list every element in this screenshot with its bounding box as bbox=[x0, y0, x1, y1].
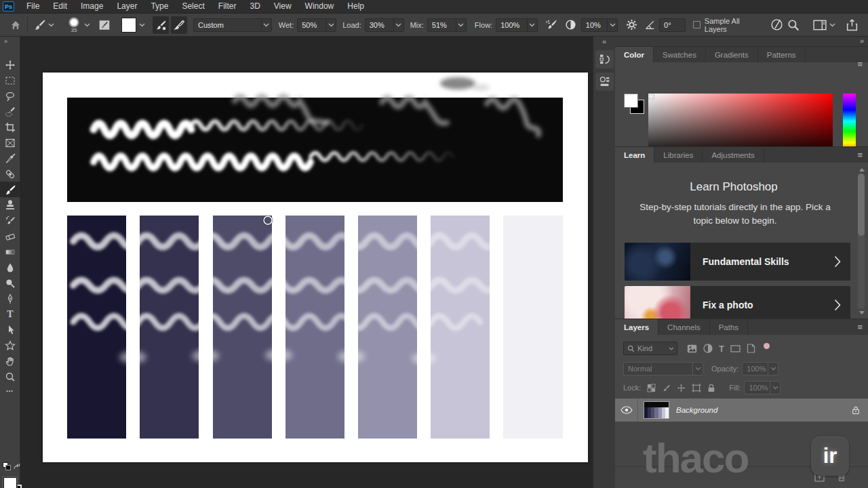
delete-layer-button[interactable] bbox=[837, 472, 846, 485]
hand-tool[interactable] bbox=[0, 353, 20, 369]
foreground-color-swatch[interactable] bbox=[3, 477, 17, 488]
menu-window[interactable]: Window bbox=[298, 0, 341, 13]
collapse-dock-button[interactable]: « bbox=[593, 37, 615, 47]
toolbar-collapse-button[interactable]: » bbox=[0, 37, 20, 46]
fill-field[interactable]: 100% bbox=[744, 381, 781, 394]
tab-gradients[interactable]: Gradients bbox=[706, 47, 758, 62]
search-button[interactable] bbox=[785, 16, 802, 34]
pressure-controls-size-toggle[interactable] bbox=[768, 16, 785, 34]
tab-color[interactable]: Color bbox=[615, 47, 654, 62]
tab-learn[interactable]: Learn bbox=[615, 147, 654, 163]
filter-adjustment-layers-icon[interactable] bbox=[703, 344, 713, 353]
brush-tool[interactable] bbox=[0, 182, 20, 197]
blur-tool[interactable] bbox=[0, 260, 20, 275]
airbrush-toggle[interactable] bbox=[543, 16, 560, 34]
menu-3d[interactable]: 3D bbox=[243, 0, 267, 13]
mixer-brush-tool-preset[interactable] bbox=[32, 16, 56, 34]
menu-view[interactable]: View bbox=[267, 0, 298, 13]
learn-card-fundamental-skills[interactable]: Fundamental Skills bbox=[625, 243, 850, 281]
history-panel-button[interactable] bbox=[595, 50, 614, 68]
type-tool[interactable]: T bbox=[0, 306, 20, 322]
workspace-switcher[interactable] bbox=[811, 16, 837, 34]
current-brush-color[interactable] bbox=[119, 16, 147, 34]
learn-panel-menu-icon[interactable]: ≡ bbox=[857, 147, 863, 163]
clone-stamp-tool[interactable] bbox=[0, 197, 20, 213]
brush-angle-field[interactable]: 0° bbox=[659, 18, 686, 32]
frame-tool[interactable] bbox=[0, 135, 20, 150]
clean-brush-after-stroke-toggle[interactable] bbox=[171, 16, 187, 34]
layer-visibility-toggle[interactable] bbox=[615, 399, 638, 422]
scrollbar-thumb[interactable] bbox=[858, 174, 865, 236]
blend-mode-select[interactable]: Normal bbox=[623, 362, 703, 375]
wet-field[interactable]: 50% bbox=[297, 18, 336, 32]
menu-image[interactable]: Image bbox=[74, 0, 110, 13]
path-selection-tool[interactable] bbox=[0, 322, 20, 338]
lock-position-icon[interactable] bbox=[677, 384, 686, 392]
opacity-field[interactable]: 100% bbox=[742, 362, 778, 375]
tab-libraries[interactable]: Libraries bbox=[654, 147, 703, 163]
learn-scrollbar[interactable] bbox=[858, 168, 866, 314]
properties-panel-button[interactable] bbox=[595, 73, 614, 91]
rectangular-marquee-tool[interactable] bbox=[0, 73, 20, 88]
menu-layer[interactable]: Layer bbox=[110, 0, 144, 13]
learn-card-fix-a-photo[interactable]: Fix a photo bbox=[625, 286, 850, 319]
history-brush-tool[interactable] bbox=[0, 213, 20, 228]
mix-field[interactable]: 51% bbox=[427, 18, 467, 32]
menu-file[interactable]: File bbox=[20, 0, 46, 13]
layer-thumbnail[interactable] bbox=[644, 401, 669, 419]
layer-row-background[interactable]: Background bbox=[615, 399, 868, 422]
expand-dock-button[interactable]: » bbox=[860, 37, 864, 45]
new-layer-button[interactable] bbox=[814, 472, 825, 485]
custom-shape-tool[interactable] bbox=[0, 338, 20, 353]
filter-pixel-layers-icon[interactable] bbox=[687, 344, 697, 353]
healing-brush-tool[interactable] bbox=[0, 166, 20, 182]
edit-toolbar-button[interactable]: ••• bbox=[0, 388, 20, 393]
dodge-tool[interactable] bbox=[0, 275, 20, 291]
useful-combinations-select[interactable]: Custom bbox=[193, 18, 272, 32]
brush-preset-picker[interactable]: 35 bbox=[63, 16, 92, 34]
smoothing-field[interactable]: 10% bbox=[581, 18, 618, 32]
tab-swatches[interactable]: Swatches bbox=[654, 47, 706, 62]
menu-type[interactable]: Type bbox=[144, 0, 175, 13]
load-brush-after-stroke-toggle[interactable] bbox=[153, 16, 169, 34]
lock-all-icon[interactable] bbox=[707, 384, 715, 392]
load-field[interactable]: 30% bbox=[365, 18, 404, 32]
tab-layers[interactable]: Layers bbox=[615, 319, 658, 335]
scroll-down-icon[interactable] bbox=[859, 311, 865, 314]
scroll-up-icon[interactable] bbox=[859, 168, 865, 171]
flow-field[interactable]: 100% bbox=[496, 18, 538, 32]
menu-edit[interactable]: Edit bbox=[46, 0, 74, 13]
layer-name[interactable]: Background bbox=[676, 406, 852, 414]
filter-shape-layers-icon[interactable] bbox=[730, 344, 741, 353]
filter-type-layers-icon[interactable]: T bbox=[719, 344, 724, 354]
lock-image-pixels-icon[interactable] bbox=[662, 384, 671, 392]
share-button[interactable] bbox=[844, 16, 860, 34]
toggle-brush-settings-button[interactable] bbox=[96, 16, 113, 34]
zoom-tool[interactable] bbox=[0, 369, 20, 384]
gradient-tool[interactable] bbox=[0, 244, 20, 260]
swap-colors-icon[interactable] bbox=[13, 462, 21, 470]
canvas-area[interactable] bbox=[20, 37, 593, 488]
tab-channels[interactable]: Channels bbox=[658, 319, 710, 335]
crop-tool[interactable] bbox=[0, 119, 20, 135]
tab-patterns[interactable]: Patterns bbox=[758, 47, 806, 62]
foreground-color-swatch-panel[interactable] bbox=[624, 94, 638, 108]
lock-artboard-icon[interactable] bbox=[692, 384, 701, 392]
tab-adjustments[interactable]: Adjustments bbox=[703, 147, 764, 163]
sample-all-layers-checkbox[interactable] bbox=[693, 21, 700, 28]
home-button[interactable] bbox=[8, 16, 23, 34]
eyedropper-tool[interactable] bbox=[0, 150, 20, 166]
object-selection-tool[interactable] bbox=[0, 104, 20, 119]
layer-filter-select[interactable]: Kind bbox=[623, 342, 677, 355]
filter-smart-objects-icon[interactable] bbox=[747, 344, 755, 353]
layers-panel-menu-icon[interactable]: ≡ bbox=[857, 319, 863, 336]
menu-select[interactable]: Select bbox=[175, 0, 211, 13]
eraser-tool[interactable] bbox=[0, 228, 20, 244]
layer-filtering-toggle[interactable] bbox=[764, 343, 770, 349]
tab-paths[interactable]: Paths bbox=[710, 319, 748, 335]
move-tool[interactable] bbox=[0, 57, 20, 73]
lasso-tool[interactable] bbox=[0, 88, 20, 104]
lock-transparent-pixels-icon[interactable] bbox=[647, 384, 656, 392]
smoothing-options-button[interactable] bbox=[624, 16, 639, 34]
document-canvas[interactable] bbox=[43, 73, 588, 462]
